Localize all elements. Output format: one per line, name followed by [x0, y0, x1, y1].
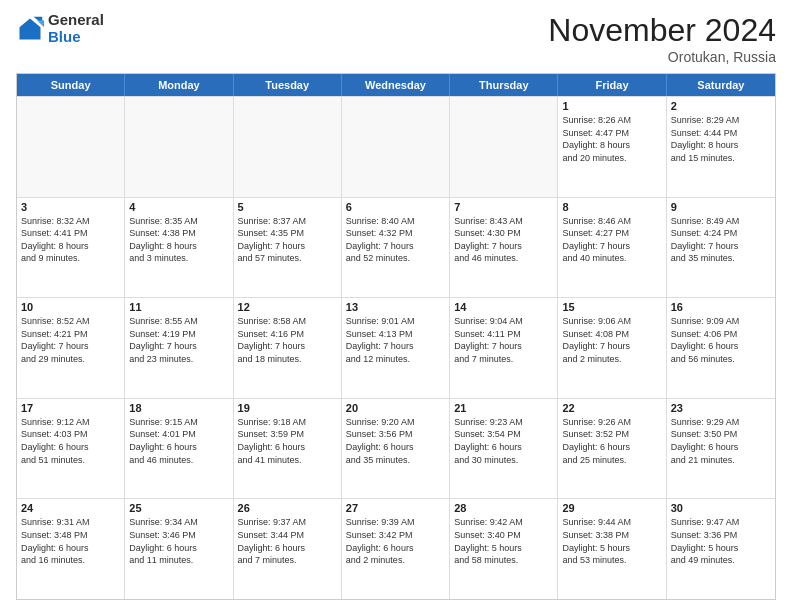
page: General Blue November 2024 Orotukan, Rus… [0, 0, 792, 612]
day-info: Sunrise: 9:12 AMSunset: 4:03 PMDaylight:… [21, 416, 120, 466]
calendar-cell: 12Sunrise: 8:58 AMSunset: 4:16 PMDayligh… [234, 298, 342, 398]
calendar-cell: 16Sunrise: 9:09 AMSunset: 4:06 PMDayligh… [667, 298, 775, 398]
calendar-cell: 30Sunrise: 9:47 AMSunset: 3:36 PMDayligh… [667, 499, 775, 599]
day-number: 25 [129, 502, 228, 514]
calendar-cell: 7Sunrise: 8:43 AMSunset: 4:30 PMDaylight… [450, 198, 558, 298]
day-number: 20 [346, 402, 445, 414]
calendar-cell: 4Sunrise: 8:35 AMSunset: 4:38 PMDaylight… [125, 198, 233, 298]
calendar-cell: 2Sunrise: 8:29 AMSunset: 4:44 PMDaylight… [667, 97, 775, 197]
day-number: 9 [671, 201, 771, 213]
day-info: Sunrise: 9:31 AMSunset: 3:48 PMDaylight:… [21, 516, 120, 566]
calendar-cell: 22Sunrise: 9:26 AMSunset: 3:52 PMDayligh… [558, 399, 666, 499]
day-number: 4 [129, 201, 228, 213]
month-title: November 2024 [548, 12, 776, 49]
day-info: Sunrise: 9:42 AMSunset: 3:40 PMDaylight:… [454, 516, 553, 566]
day-number: 3 [21, 201, 120, 213]
calendar-day-header: Sunday [17, 74, 125, 96]
calendar-cell [125, 97, 233, 197]
calendar-cell: 24Sunrise: 9:31 AMSunset: 3:48 PMDayligh… [17, 499, 125, 599]
day-info: Sunrise: 8:32 AMSunset: 4:41 PMDaylight:… [21, 215, 120, 265]
day-info: Sunrise: 9:37 AMSunset: 3:44 PMDaylight:… [238, 516, 337, 566]
calendar-cell: 29Sunrise: 9:44 AMSunset: 3:38 PMDayligh… [558, 499, 666, 599]
day-info: Sunrise: 9:20 AMSunset: 3:56 PMDaylight:… [346, 416, 445, 466]
calendar-header: SundayMondayTuesdayWednesdayThursdayFrid… [17, 74, 775, 96]
logo-blue: Blue [48, 28, 81, 45]
day-info: Sunrise: 9:34 AMSunset: 3:46 PMDaylight:… [129, 516, 228, 566]
day-number: 17 [21, 402, 120, 414]
day-number: 21 [454, 402, 553, 414]
calendar-cell: 21Sunrise: 9:23 AMSunset: 3:54 PMDayligh… [450, 399, 558, 499]
day-number: 15 [562, 301, 661, 313]
day-number: 11 [129, 301, 228, 313]
calendar-cell [450, 97, 558, 197]
day-info: Sunrise: 8:55 AMSunset: 4:19 PMDaylight:… [129, 315, 228, 365]
day-info: Sunrise: 9:23 AMSunset: 3:54 PMDaylight:… [454, 416, 553, 466]
day-number: 26 [238, 502, 337, 514]
calendar-cell: 23Sunrise: 9:29 AMSunset: 3:50 PMDayligh… [667, 399, 775, 499]
day-number: 7 [454, 201, 553, 213]
day-number: 19 [238, 402, 337, 414]
day-info: Sunrise: 9:26 AMSunset: 3:52 PMDaylight:… [562, 416, 661, 466]
day-number: 8 [562, 201, 661, 213]
calendar-day-header: Tuesday [234, 74, 342, 96]
calendar-week-4: 17Sunrise: 9:12 AMSunset: 4:03 PMDayligh… [17, 398, 775, 499]
day-info: Sunrise: 9:09 AMSunset: 4:06 PMDaylight:… [671, 315, 771, 365]
day-number: 6 [346, 201, 445, 213]
logo-text: General Blue [48, 12, 104, 45]
calendar-week-1: 1Sunrise: 8:26 AMSunset: 4:47 PMDaylight… [17, 96, 775, 197]
day-number: 2 [671, 100, 771, 112]
day-number: 18 [129, 402, 228, 414]
calendar-cell: 11Sunrise: 8:55 AMSunset: 4:19 PMDayligh… [125, 298, 233, 398]
day-number: 24 [21, 502, 120, 514]
calendar-cell: 8Sunrise: 8:46 AMSunset: 4:27 PMDaylight… [558, 198, 666, 298]
day-number: 13 [346, 301, 445, 313]
calendar-day-header: Thursday [450, 74, 558, 96]
calendar-cell: 3Sunrise: 8:32 AMSunset: 4:41 PMDaylight… [17, 198, 125, 298]
logo: General Blue [16, 12, 104, 45]
calendar-cell [342, 97, 450, 197]
calendar-cell: 10Sunrise: 8:52 AMSunset: 4:21 PMDayligh… [17, 298, 125, 398]
svg-marker-0 [20, 18, 41, 39]
day-info: Sunrise: 8:40 AMSunset: 4:32 PMDaylight:… [346, 215, 445, 265]
day-number: 27 [346, 502, 445, 514]
calendar: SundayMondayTuesdayWednesdayThursdayFrid… [16, 73, 776, 600]
calendar-cell: 1Sunrise: 8:26 AMSunset: 4:47 PMDaylight… [558, 97, 666, 197]
day-number: 16 [671, 301, 771, 313]
day-info: Sunrise: 8:49 AMSunset: 4:24 PMDaylight:… [671, 215, 771, 265]
calendar-cell [17, 97, 125, 197]
calendar-day-header: Friday [558, 74, 666, 96]
day-info: Sunrise: 9:29 AMSunset: 3:50 PMDaylight:… [671, 416, 771, 466]
calendar-cell: 15Sunrise: 9:06 AMSunset: 4:08 PMDayligh… [558, 298, 666, 398]
day-number: 29 [562, 502, 661, 514]
day-info: Sunrise: 9:06 AMSunset: 4:08 PMDaylight:… [562, 315, 661, 365]
calendar-cell: 28Sunrise: 9:42 AMSunset: 3:40 PMDayligh… [450, 499, 558, 599]
day-info: Sunrise: 8:46 AMSunset: 4:27 PMDaylight:… [562, 215, 661, 265]
day-number: 23 [671, 402, 771, 414]
day-info: Sunrise: 9:39 AMSunset: 3:42 PMDaylight:… [346, 516, 445, 566]
logo-icon [16, 15, 44, 43]
day-info: Sunrise: 8:58 AMSunset: 4:16 PMDaylight:… [238, 315, 337, 365]
calendar-week-2: 3Sunrise: 8:32 AMSunset: 4:41 PMDaylight… [17, 197, 775, 298]
day-info: Sunrise: 9:15 AMSunset: 4:01 PMDaylight:… [129, 416, 228, 466]
day-info: Sunrise: 8:29 AMSunset: 4:44 PMDaylight:… [671, 114, 771, 164]
day-number: 14 [454, 301, 553, 313]
day-info: Sunrise: 8:35 AMSunset: 4:38 PMDaylight:… [129, 215, 228, 265]
day-number: 28 [454, 502, 553, 514]
logo-general: General [48, 11, 104, 28]
day-info: Sunrise: 8:43 AMSunset: 4:30 PMDaylight:… [454, 215, 553, 265]
day-number: 1 [562, 100, 661, 112]
day-info: Sunrise: 9:01 AMSunset: 4:13 PMDaylight:… [346, 315, 445, 365]
calendar-cell: 14Sunrise: 9:04 AMSunset: 4:11 PMDayligh… [450, 298, 558, 398]
day-info: Sunrise: 9:44 AMSunset: 3:38 PMDaylight:… [562, 516, 661, 566]
calendar-cell: 27Sunrise: 9:39 AMSunset: 3:42 PMDayligh… [342, 499, 450, 599]
calendar-cell: 25Sunrise: 9:34 AMSunset: 3:46 PMDayligh… [125, 499, 233, 599]
calendar-day-header: Wednesday [342, 74, 450, 96]
calendar-body: 1Sunrise: 8:26 AMSunset: 4:47 PMDaylight… [17, 96, 775, 599]
calendar-cell: 5Sunrise: 8:37 AMSunset: 4:35 PMDaylight… [234, 198, 342, 298]
day-info: Sunrise: 8:52 AMSunset: 4:21 PMDaylight:… [21, 315, 120, 365]
calendar-cell: 6Sunrise: 8:40 AMSunset: 4:32 PMDaylight… [342, 198, 450, 298]
day-number: 5 [238, 201, 337, 213]
day-number: 30 [671, 502, 771, 514]
day-number: 22 [562, 402, 661, 414]
calendar-cell: 20Sunrise: 9:20 AMSunset: 3:56 PMDayligh… [342, 399, 450, 499]
